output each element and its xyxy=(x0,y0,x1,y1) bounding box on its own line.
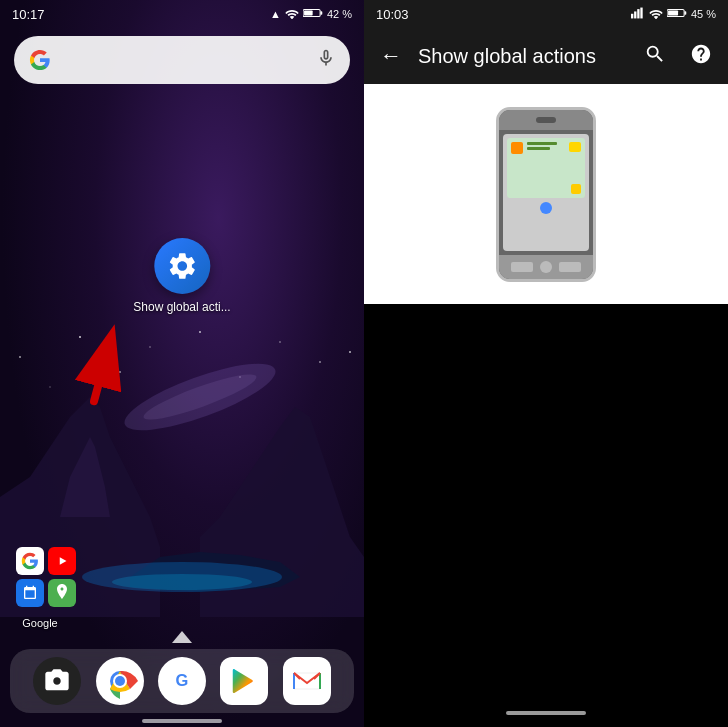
chrome-dock-icon[interactable] xyxy=(96,657,144,705)
dock-area: G xyxy=(0,623,364,727)
svg-point-25 xyxy=(115,676,125,686)
card-orange-rect xyxy=(511,142,523,154)
battery-percent-right: 45 % xyxy=(691,8,716,20)
svg-rect-33 xyxy=(684,11,686,15)
right-panel: 10:03 xyxy=(364,0,728,727)
app-label: Show global acti... xyxy=(133,300,230,314)
svg-marker-21 xyxy=(172,631,192,643)
back-button[interactable]: ← xyxy=(372,35,410,77)
mic-icon[interactable] xyxy=(316,48,336,72)
app-drawer-handle[interactable] xyxy=(167,627,197,647)
status-icons-right: 45 % xyxy=(631,7,716,21)
svg-point-5 xyxy=(319,361,321,363)
card-line-2 xyxy=(527,147,550,150)
phone-screen xyxy=(499,130,593,255)
battery-right xyxy=(667,7,687,21)
svg-point-9 xyxy=(349,351,351,353)
google-folder xyxy=(16,547,76,607)
svg-point-0 xyxy=(19,356,21,358)
time-display-right: 10:03 xyxy=(376,7,409,22)
svg-point-4 xyxy=(279,341,281,343)
card-yellow-rect xyxy=(569,142,581,152)
svg-point-2 xyxy=(149,346,151,348)
phone-card-area xyxy=(503,134,589,251)
svg-text:G: G xyxy=(176,671,189,689)
battery-icon-left xyxy=(303,7,323,21)
phone-nav-btn-2 xyxy=(540,261,552,273)
svg-rect-30 xyxy=(637,9,639,18)
card-line-1 xyxy=(527,142,557,145)
maps-app-icon[interactable] xyxy=(48,579,76,607)
svg-point-3 xyxy=(199,331,201,333)
black-content-area xyxy=(364,304,728,705)
phone-notch xyxy=(499,110,593,130)
help-button[interactable] xyxy=(682,35,720,78)
search-bar[interactable] xyxy=(14,36,350,84)
card-lines xyxy=(527,142,565,150)
camera-dock-icon[interactable] xyxy=(33,657,81,705)
gmail-dock-icon[interactable] xyxy=(283,657,331,705)
app-icon-container: Show global acti... xyxy=(133,238,230,314)
wifi-icon-left xyxy=(285,7,299,21)
card-bottom-yellow xyxy=(571,184,581,194)
status-bar-right: 10:03 xyxy=(364,0,728,28)
status-bar-left: 10:17 ▲ 42 % xyxy=(0,0,364,28)
svg-point-13 xyxy=(112,574,252,590)
preview-area xyxy=(364,84,728,304)
calendar-app-icon[interactable] xyxy=(16,579,44,607)
phone-nav-btn-1 xyxy=(511,262,533,272)
signal-icon-left: ▲ xyxy=(270,8,281,20)
time-display-left: 10:17 xyxy=(12,7,45,22)
left-panel: 10:17 ▲ 42 % xyxy=(0,0,364,727)
svg-rect-31 xyxy=(640,8,642,19)
search-button[interactable] xyxy=(636,35,674,78)
google-logo xyxy=(28,48,52,72)
svg-rect-34 xyxy=(668,11,678,16)
svg-rect-29 xyxy=(634,11,636,18)
svg-line-18 xyxy=(71,340,132,401)
page-title: Show global actions xyxy=(418,45,628,68)
phone-mockup xyxy=(496,107,596,282)
phone-center-dot xyxy=(540,202,552,214)
svg-point-6 xyxy=(49,386,50,387)
youtube-app-icon[interactable] xyxy=(48,547,76,575)
svg-rect-15 xyxy=(320,11,322,15)
global-actions-icon[interactable] xyxy=(154,238,210,294)
dock-bar: G xyxy=(10,649,354,713)
phone-top-card xyxy=(507,138,585,198)
svg-rect-16 xyxy=(304,11,313,16)
google-dock-icon[interactable]: G xyxy=(158,657,206,705)
home-indicator-left xyxy=(142,719,222,723)
top-navigation-bar: ← Show global actions xyxy=(364,28,728,84)
phone-bottom-bar xyxy=(499,255,593,279)
play-store-dock-icon[interactable] xyxy=(220,657,268,705)
bottom-bar-right xyxy=(364,705,728,727)
google-app-icon[interactable] xyxy=(16,547,44,575)
home-indicator-right xyxy=(506,711,586,715)
battery-percent-left: 42 % xyxy=(327,8,352,20)
svg-rect-28 xyxy=(631,14,633,19)
notch-bar xyxy=(536,117,556,123)
phone-nav-btn-3 xyxy=(559,262,581,272)
status-icons-left: ▲ 42 % xyxy=(270,7,352,21)
signal-icon-right xyxy=(631,7,645,21)
wifi-icon-right xyxy=(649,7,663,21)
